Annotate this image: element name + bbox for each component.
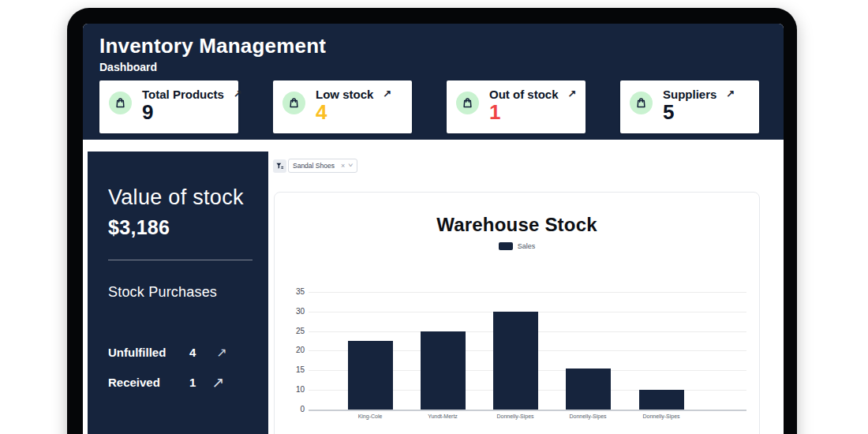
bag-icon <box>282 92 305 114</box>
gridline <box>309 410 746 411</box>
stat-label: Suppliers <box>663 88 716 101</box>
selected-filter-value: Sandal Shoes <box>293 162 341 170</box>
stat-cards-row: Total Products ↗ 9 Low stock <box>99 80 784 133</box>
app-screen: Inventory Management Dashboard Total Pro… <box>83 24 784 434</box>
stat-label: Low stock <box>316 88 373 101</box>
breadcrumb: Dashboard <box>99 61 784 73</box>
purchase-row-received: Received 1 ↗ <box>108 373 249 391</box>
link-arrow-icon[interactable]: ↗ <box>216 345 226 360</box>
device-bezel: Inventory Management Dashboard Total Pro… <box>67 8 797 434</box>
purchase-label: Unfulfilled <box>108 346 168 359</box>
clear-filter-icon[interactable]: × <box>341 163 345 170</box>
page: Inventory Management Dashboard Total Pro… <box>0 0 868 434</box>
stat-value: 9 <box>142 102 230 123</box>
stat-value: 4 <box>316 102 404 123</box>
link-arrow-icon[interactable]: ↗ <box>211 373 224 391</box>
bar-chart-plot: 3530252015100King-ColeYundt-MertzDonnell… <box>275 193 759 434</box>
bag-icon <box>109 92 132 114</box>
y-axis-tick-label: 35 <box>281 287 305 296</box>
y-axis-tick-label: 10 <box>281 385 305 394</box>
link-arrow-icon[interactable]: ↗ <box>726 88 735 99</box>
stat-card-suppliers[interactable]: Suppliers ↗ 5 <box>620 80 759 133</box>
bag-icon <box>456 92 479 114</box>
stat-card-out-of-stock[interactable]: Out of stock ↗ 1 <box>447 80 586 133</box>
link-arrow-icon[interactable]: ↗ <box>383 88 391 99</box>
purchase-row-unfulfilled: Unfulfilled 4 ↗ <box>108 345 249 360</box>
chevron-down-icon[interactable]: ˅ <box>348 163 354 169</box>
bar <box>639 390 684 410</box>
y-axis-tick-label: 15 <box>281 365 305 374</box>
purchase-label: Received <box>108 376 168 389</box>
divider <box>108 260 253 260</box>
bar <box>493 312 538 410</box>
y-axis-tick-label: 0 <box>281 405 305 413</box>
y-axis-tick-label: 30 <box>281 307 305 316</box>
page-title: Inventory Management <box>99 34 784 58</box>
stat-card-total-products[interactable]: Total Products ↗ 9 <box>99 80 238 133</box>
y-axis-tick-label: 25 <box>281 327 305 335</box>
stat-card-low-stock[interactable]: Low stock ↗ 4 <box>273 80 412 133</box>
y-axis-tick-label: 20 <box>281 346 305 354</box>
link-arrow-icon[interactable]: ↗ <box>568 88 577 99</box>
warehouse-stock-card: Warehouse Stock Sales 3530252015100King-… <box>274 192 760 434</box>
purchase-value: 1 <box>189 376 196 389</box>
product-filter-select[interactable]: Sandal Shoes × ˅ <box>288 159 357 173</box>
stat-value: 5 <box>663 102 751 123</box>
stat-label: Total Products <box>142 88 224 101</box>
stock-purchases-title: Stock Purchases <box>108 284 249 301</box>
link-arrow-icon[interactable]: ↗ <box>234 88 242 99</box>
value-of-stock-label: Value of stock <box>108 185 249 210</box>
header: Inventory Management Dashboard Total Pro… <box>83 24 784 140</box>
bar <box>421 331 466 410</box>
value-of-stock-panel: Value of stock $3,186 Stock Purchases Un… <box>88 152 268 434</box>
gridline <box>309 292 746 293</box>
content: Value of stock $3,186 Stock Purchases Un… <box>83 140 784 434</box>
x-axis-label: Donnelly-Sipes <box>618 413 705 419</box>
bar <box>348 341 393 410</box>
stat-label: Out of stock <box>489 88 559 101</box>
bag-icon <box>630 92 653 114</box>
purchase-value: 4 <box>189 346 196 359</box>
chart-filter-bar: Sandal Shoes × ˅ <box>273 159 357 173</box>
value-of-stock-amount: $3,186 <box>108 216 249 239</box>
filter-icon[interactable] <box>273 159 286 173</box>
stat-value: 1 <box>489 102 578 123</box>
bar <box>566 369 611 410</box>
